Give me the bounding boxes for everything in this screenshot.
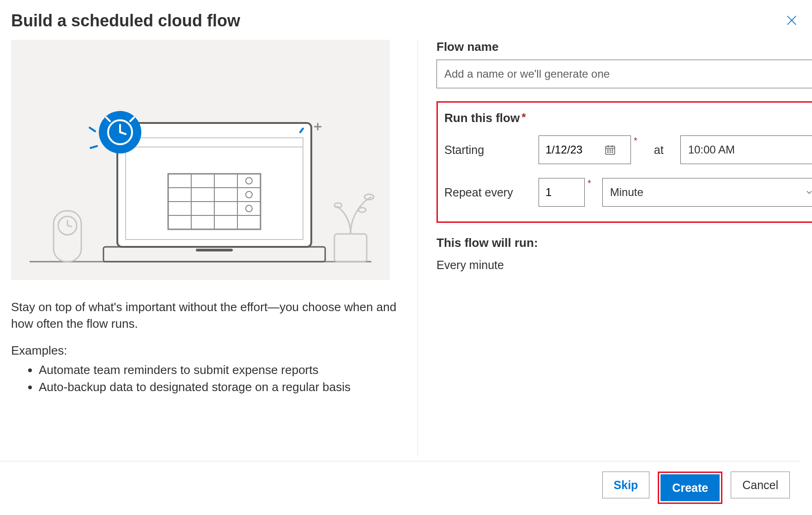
svg-point-43 — [612, 150, 613, 151]
scheduled-flow-illustration — [11, 40, 390, 280]
flow-name-label: Flow name — [436, 40, 812, 54]
dialog-title: Build a scheduled cloud flow — [11, 11, 240, 31]
starting-label: Starting — [444, 143, 527, 157]
close-icon — [785, 14, 798, 27]
dialog-header: Build a scheduled cloud flow — [11, 11, 801, 40]
right-column: Flow name Run this flow* Starting — [418, 40, 812, 456]
svg-rect-4 — [196, 249, 233, 251]
repeat-unit-dropdown[interactable]: Minute — [602, 178, 812, 207]
summary-label: This flow will run: — [436, 236, 812, 250]
flow-name-input[interactable] — [436, 60, 812, 88]
examples-label: Examples: — [11, 343, 399, 358]
start-time-value: 10:00 AM — [688, 143, 735, 156]
left-column: Stay on top of what's important without … — [11, 40, 399, 456]
svg-point-41 — [607, 150, 608, 151]
required-star: * — [634, 135, 637, 146]
repeat-label: Repeat every — [444, 186, 527, 199]
description-text: Stay on top of what's important without … — [11, 299, 399, 332]
example-item: Auto-backup data to designated storage o… — [39, 379, 399, 396]
repeat-value-input[interactable] — [539, 178, 585, 207]
svg-point-36 — [358, 208, 366, 212]
summary-section: This flow will run: Every minute — [436, 236, 812, 272]
starting-row: Starting — [444, 135, 812, 164]
calendar-icon[interactable] — [604, 143, 617, 156]
repeat-row: Repeat every * Minute * — [444, 178, 812, 207]
svg-rect-33 — [334, 234, 367, 262]
examples-list: Automate team reminders to submit expens… — [11, 362, 399, 396]
svg-line-24 — [90, 128, 95, 131]
start-time-dropdown[interactable]: 10:00 AM — [680, 135, 812, 164]
at-label: at — [654, 143, 664, 157]
example-item: Automate team reminders to submit expens… — [39, 362, 399, 379]
svg-line-25 — [91, 146, 97, 148]
run-this-flow-label: Run this flow* — [444, 111, 526, 125]
skip-button[interactable]: Skip — [602, 472, 650, 498]
start-date-field[interactable] — [539, 135, 631, 164]
svg-point-35 — [334, 203, 342, 208]
svg-rect-29 — [54, 211, 81, 262]
summary-value: Every minute — [436, 258, 812, 272]
svg-line-32 — [67, 226, 72, 227]
create-button-highlight: Create — [658, 472, 722, 504]
cancel-button[interactable]: Cancel — [731, 472, 790, 498]
svg-point-44 — [607, 152, 608, 153]
svg-point-46 — [612, 152, 613, 153]
close-button[interactable] — [782, 11, 801, 30]
create-button[interactable]: Create — [661, 474, 720, 501]
start-date-input[interactable] — [539, 136, 604, 164]
run-this-flow-section: Run this flow* Starting — [436, 101, 812, 223]
start-date-group: * — [539, 135, 637, 164]
required-star: * — [588, 178, 591, 189]
scheduled-flow-dialog: Build a scheduled cloud flow — [0, 0, 812, 515]
chevron-down-icon — [805, 188, 812, 197]
dialog-footer: Skip Create Cancel — [0, 461, 801, 504]
flow-name-section: Flow name — [436, 40, 812, 88]
repeat-unit-value: Minute — [610, 186, 643, 199]
svg-point-42 — [610, 150, 611, 151]
svg-point-45 — [610, 152, 611, 153]
run-this-flow-label-text: Run this flow — [444, 111, 520, 125]
required-star: * — [521, 111, 526, 123]
dialog-content: Stay on top of what's important without … — [11, 40, 801, 456]
